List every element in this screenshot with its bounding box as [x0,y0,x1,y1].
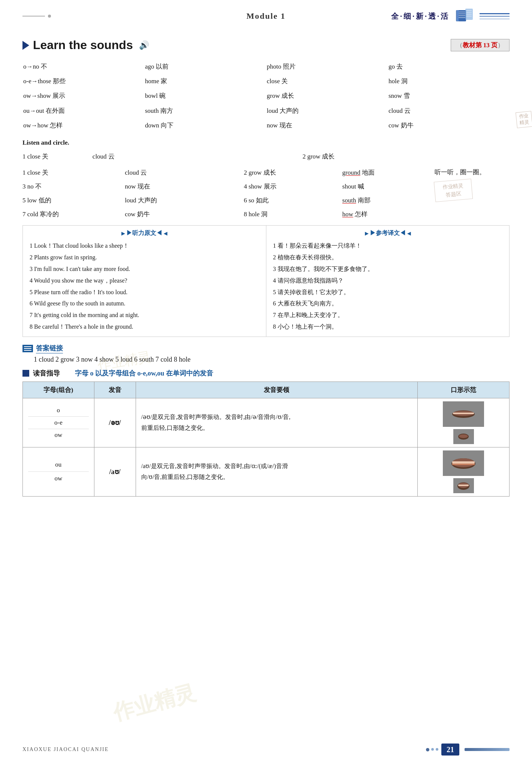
vocab-item: home 家 [144,74,266,88]
pronun-subtitle: 字母 o 以及字母组合 o-e,ow,ou 在单词中的发音 [75,369,213,378]
script-item: 5 Please turn off the radio！It's too lou… [30,287,259,298]
vocab-item: o-e→those 那些 [22,74,144,88]
script-container: ▶听力原文◀ 1 Look！That cloud looks like a sh… [22,225,510,337]
listen-cn: 听一听，圈一圈。 [435,168,510,177]
watermark-text: 作业精灵 [110,678,199,727]
listen-item: 1 close 关 [22,166,119,180]
svg-rect-31 [458,485,469,486]
script-item: 6 Wild geese fly to the south in autumn. [30,298,259,310]
table-header-mouth: 口形示范 [418,382,510,398]
table-row: ou ow /aʊ/ /aʊ/是双元音,发音时声带振动。发音时,由/ɑː/(或/… [23,447,510,496]
table-cell-desc: /aʊ/是双元音,发音时声带振动。发音时,由/ɑː/(或/æ/)音滑向/ʊ/音,… [136,447,418,496]
homework-stamp: 作业精灵答题区 [434,179,473,202]
vocab-item: ow→how 怎样 [22,118,144,132]
listen-item: cow 奶牛 [125,208,217,221]
listen-item: 3 no 不 [22,180,119,193]
translation-header: ▶参考译文◀ [273,229,503,237]
vocab-item: ow→show 展示 [22,89,144,103]
listen-item: how 怎样 [342,208,435,221]
page-reference: （教材第 13 页） [451,39,510,51]
header: Module 1 全·细·新·透·活 [22,0,510,29]
listen-item: 4 show 展示 [244,180,336,193]
script-item: 4 Would you show me the way，please? [30,275,259,287]
vocab-item: go 去 [388,60,510,73]
audio-icon[interactable]: 🔊 [139,40,149,50]
listen-item: loud 大声的 [125,194,217,207]
listen-item: 7 cold 寒冷的 [22,208,119,221]
vocab-item: close 关 [266,74,388,88]
listen-item: 5 low 低的 [22,194,119,207]
answer-icon [22,345,33,352]
svg-point-22 [459,434,468,438]
translation-item: 5 请关掉收音机！它太吵了。 [273,287,503,298]
answer-header-text: 答案链接 [36,344,63,353]
svg-rect-19 [453,413,474,414]
footer-dots [426,748,438,751]
footer-dot [426,748,429,751]
footer-publisher: XIAOXUE JIAOCAI QUANJIE [22,747,109,753]
listen-item: south 南部 [342,194,435,207]
translation-item: 6 大雁在秋天飞向南方。 [273,298,503,310]
mouth-image-1a [443,401,484,427]
table-cell-mouth [418,398,510,447]
footer-dot [436,748,438,751]
script-item: 8 Be careful！There's a hole in the groun… [30,321,259,333]
vocab-item: ou→out 在外面 [22,104,144,118]
tagline: 全·细·新·透·活 [391,11,450,21]
translation-item: 7 在早上和晚上天变冷了。 [273,310,503,321]
svg-rect-27 [452,464,475,465]
pronun-section: 读音指导 字母 o 以及字母组合 o-e,ow,ou 在单词中的发音 字母(组合… [22,369,510,497]
script-item: 7 It's getting cold in the morning and a… [30,310,259,321]
module-title: Module 1 [185,11,347,21]
table-cell-desc: /əʊ/是双元音,发音时声带振动。发音时,由/ə/音滑向/ʊ/音,前重后轻,口形… [136,398,418,447]
mouth-image-2a [443,450,484,476]
section-title-area: Learn the sounds 🔊 （教材第 13 页） [22,38,510,52]
section-title: Learn the sounds [33,38,133,52]
table-header-desc: 发音要领 [136,382,418,398]
table-header-letters: 字母(组合) [23,382,94,398]
vocab-item: cloud 云 [388,104,510,118]
table-cell-phoneme: /aʊ/ [94,447,136,496]
listen-item: 1 close 关 [22,150,90,163]
listen-item: now 现在 [125,180,217,193]
listen-item: ground 地面 [342,166,435,180]
vocab-item: down 向下 [144,118,266,132]
listen-item: cloud 云 [125,166,217,180]
table-cell-letters: ou ow [23,447,94,496]
footer-page: 21 [426,744,510,756]
vocab-item: south 南方 [144,104,266,118]
svg-rect-26 [452,461,475,464]
vocab-item: loud 大声的 [266,104,388,118]
vocab-item: now 现在 [266,118,388,132]
script-item: 1 Look！That cloud looks like a sheep！ [30,240,259,252]
translation-item: 4 请问你愿意给我指路吗？ [273,275,503,287]
pronun-icon [22,370,29,377]
pronun-title: 读音指导 [33,369,60,378]
listen-item [372,150,439,163]
script-item: 3 I'm full now. I can't take any more fo… [30,263,259,275]
translation-item: 1 看！那朵云看起来像一只绵羊！ [273,240,503,252]
footer-bar [465,748,510,751]
vocab-item: snow 雪 [388,89,510,103]
table-cell-phoneme: /əʊ/ [94,398,136,447]
answer-body: 1 cloud 2 grow 3 now 4 show 5 loud 6 sou… [22,356,510,364]
translation-item: 8 小心！地上有一个洞。 [273,321,503,333]
vocab-grid: o→no 不 ago 以前 photo 照片 go 去 o-e→those 那些… [22,60,510,132]
blue-triangle-icon [22,41,29,50]
answer-section: 答案链接 1 cloud 2 grow 3 now 4 show 5 loud … [22,344,510,364]
logo [453,7,476,25]
vocab-item: bowl 碗 [144,89,266,103]
vocab-item: grow 成长 [266,89,388,103]
table-cell-letters: o o-e ow [23,398,94,447]
pronun-table: 字母(组合) 发音 发音要领 口形示范 o o-e ow /əʊ/ /əʊ/ [22,382,510,497]
listen-item: 6 so 如此 [244,194,336,207]
listen-section: Listen and circle. 1 close 关 cloud 云 2 g… [22,136,510,221]
table-cell-mouth [418,447,510,496]
vocab-item: o→no 不 [22,60,144,73]
mouth-image-2b [453,478,474,493]
audio-script-header: ▶听力原文◀ [30,229,259,237]
page: Module 1 全·细·新·透·活 [0,0,532,766]
listen-item: 2 grow 成长 [244,166,336,180]
footer-dot [431,748,434,751]
listen-item: cloud 云 [93,150,160,163]
